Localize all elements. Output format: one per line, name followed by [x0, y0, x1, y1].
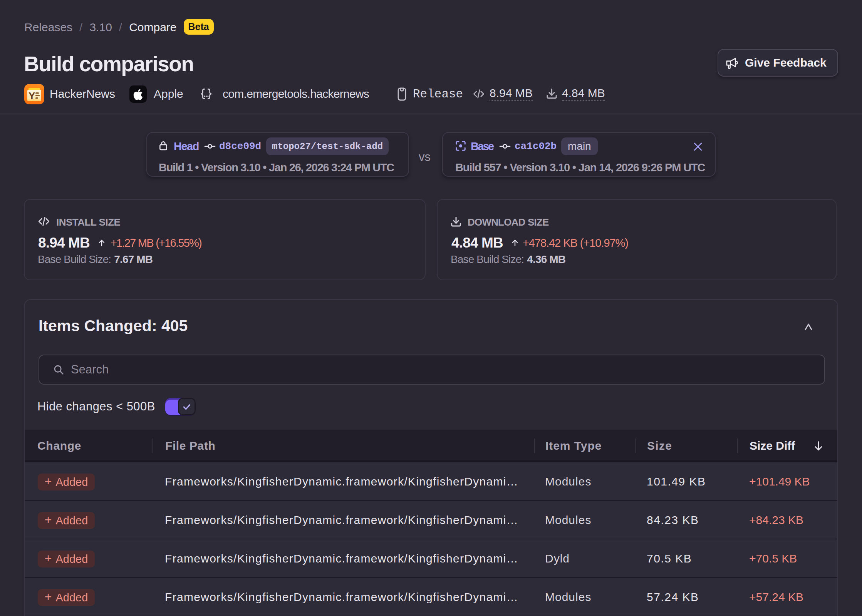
svg-text:Y: Y	[29, 90, 35, 102]
